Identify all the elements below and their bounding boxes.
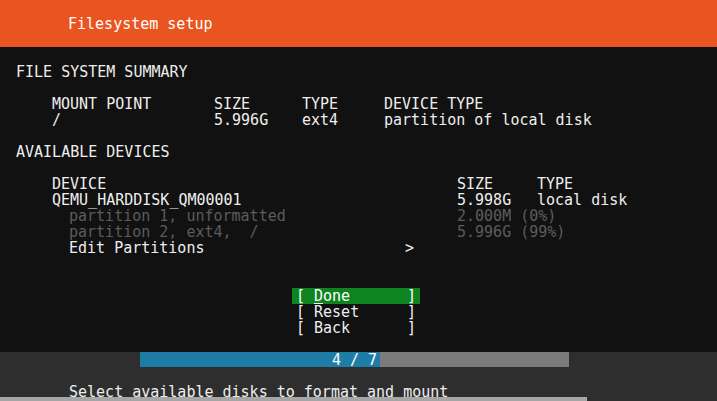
bracket-open: [: [296, 320, 305, 336]
partition-2-label: partition 2, ext4, /: [69, 224, 259, 240]
header-bar: Filesystem setup: [0, 0, 717, 47]
devices-section-title: AVAILABLE DEVICES: [16, 144, 170, 160]
devices-col-type: TYPE: [537, 176, 573, 192]
done-button-label: Done: [314, 288, 350, 304]
bracket-close: ]: [407, 320, 416, 336]
back-button[interactable]: [ Back ]: [292, 320, 420, 336]
summary-col-mount-point: MOUNT POINT: [52, 96, 151, 112]
bottom-edge-strip: [0, 397, 587, 401]
done-button[interactable]: [ Done ]: [292, 288, 420, 304]
summary-section-title: FILE SYSTEM SUMMARY: [16, 64, 188, 80]
progress-step-label: 4 / 7: [332, 352, 377, 368]
progress-bar: 4 / 7: [140, 352, 569, 367]
summary-col-type: TYPE: [302, 96, 338, 112]
partition-1-label: partition 1, unformatted: [69, 208, 286, 224]
summary-size: 5.996G: [214, 112, 268, 128]
bracket-open: [: [296, 304, 305, 320]
disk-type: local disk: [537, 192, 627, 208]
disk-name[interactable]: QEMU_HARDDISK_QM00001: [52, 192, 242, 208]
bracket-close: ]: [407, 304, 416, 320]
summary-device-type: partition of local disk: [384, 112, 592, 128]
disk-size: 5.998G: [457, 192, 511, 208]
devices-col-size: SIZE: [457, 176, 493, 192]
chevron-right-icon: >: [405, 240, 414, 256]
back-button-label: Back: [314, 320, 350, 336]
footer-bar: 4 / 7 Select available disks to format a…: [0, 352, 717, 401]
summary-mount-point[interactable]: /: [52, 112, 61, 128]
installer-screen: Filesystem setup FILE SYSTEM SUMMARY MOU…: [0, 0, 717, 401]
reset-button[interactable]: [ Reset ]: [292, 304, 420, 320]
edit-partitions-label[interactable]: Edit Partitions: [69, 240, 204, 256]
reset-button-label: Reset: [314, 304, 359, 320]
partition-1-size: 2.000M (0%): [457, 208, 556, 224]
bracket-close: ]: [407, 288, 416, 304]
summary-col-device-type: DEVICE TYPE: [384, 96, 483, 112]
page-title: Filesystem setup: [68, 16, 213, 32]
bracket-open: [: [296, 288, 305, 304]
summary-type: ext4: [302, 112, 338, 128]
summary-col-size: SIZE: [214, 96, 250, 112]
partition-2-size: 5.996G (99%): [457, 224, 565, 240]
devices-col-device: DEVICE: [52, 176, 106, 192]
